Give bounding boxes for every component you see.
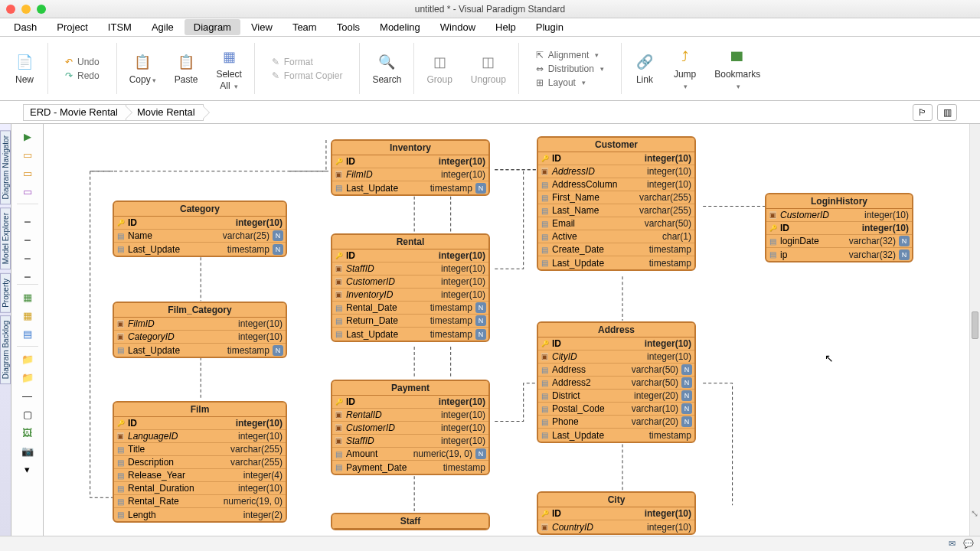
breadcrumb-item[interactable]: ERD - Movie Rental	[23, 104, 126, 121]
column-row[interactable]: AddressColumninteger(10)	[538, 178, 694, 191]
bookmarks-button[interactable]: ⯀ Bookmarks▾	[705, 37, 769, 100]
entity-loginhistory[interactable]: LoginHistoryCustomerIDinteger(10)IDinteg…	[765, 193, 913, 262]
diagram-canvas[interactable]: InventoryIDinteger(10)FilmIDinteger(10)L…	[44, 124, 980, 536]
column-row[interactable]: Last_Updatetimestamp	[538, 256, 694, 269]
column-row[interactable]: IDinteger(10)	[332, 249, 488, 262]
column-row[interactable]: AddressIDinteger(10)	[538, 165, 694, 178]
entity-rental[interactable]: RentalIDinteger(10)StaffIDinteger(10)Cus…	[331, 233, 490, 342]
entity-payment[interactable]: PaymentIDinteger(10)RentalIDinteger(10)C…	[331, 380, 490, 475]
rel-3-icon[interactable]: ⎯	[20, 246, 35, 261]
column-row[interactable]: CountryIDinteger(10)	[538, 520, 694, 533]
column-row[interactable]: CustomerIDinteger(10)	[332, 276, 488, 289]
column-row[interactable]: CustomerIDinteger(10)	[332, 422, 488, 435]
column-row[interactable]: IDinteger(10)	[766, 222, 912, 235]
entity-inventory[interactable]: InventoryIDinteger(10)FilmIDinteger(10)L…	[331, 139, 490, 196]
menu-help[interactable]: Help	[486, 19, 525, 35]
column-row[interactable]: CategoryIDinteger(10)	[114, 331, 286, 344]
breadcrumb-item[interactable]: Movie Rental	[126, 104, 204, 121]
vertical-scrollbar[interactable]	[969, 124, 980, 536]
column-row[interactable]: Addressvarchar(50)N	[538, 364, 694, 377]
link-button[interactable]: 🔗 Link	[625, 37, 665, 100]
view-tool-icon[interactable]: ▭	[20, 184, 35, 199]
column-row[interactable]: loginDatevarchar(32)N	[766, 235, 912, 248]
column-row[interactable]: Last_UpdatetimestampN	[114, 243, 286, 256]
column-row[interactable]: Namevarchar(25)N	[114, 230, 286, 243]
new-button[interactable]: 📄 New	[5, 37, 44, 100]
column-row[interactable]: Activechar(1)	[538, 230, 694, 243]
column-row[interactable]: IDinteger(10)	[332, 396, 488, 409]
chevron-down-icon[interactable]: ▾	[20, 461, 35, 477]
ungroup-button[interactable]: ◫ Ungroup	[462, 37, 515, 100]
column-row[interactable]: Rental_Ratenumeric(19, 0)	[114, 495, 286, 508]
doc-blue-icon[interactable]: ▤	[20, 326, 35, 341]
column-row[interactable]: LanguageIDinteger(10)	[114, 430, 286, 443]
alignment-button[interactable]: ⇱Alignment▾	[531, 48, 603, 62]
search-button[interactable]: 🔍 Search	[363, 37, 410, 100]
entity-tool-icon[interactable]: ▭	[20, 147, 35, 162]
menu-itsm[interactable]: ITSM	[99, 19, 141, 35]
entity-customer[interactable]: CustomerIDinteger(10)AddressIDinteger(10…	[537, 136, 696, 271]
undo-button[interactable]: ↶Undo	[60, 55, 104, 69]
menu-modeling[interactable]: Modeling	[371, 19, 430, 35]
square-icon[interactable]: ▢	[20, 406, 35, 422]
image-icon[interactable]: 🖼	[20, 425, 35, 440]
layout-toggle-button[interactable]: ▥	[937, 104, 957, 121]
menu-plugin[interactable]: Plugin	[527, 19, 573, 35]
folder-icon[interactable]: 📁	[20, 351, 35, 367]
menu-diagram[interactable]: Diagram	[185, 19, 240, 35]
table-green-icon[interactable]: ▦	[20, 289, 35, 305]
distribution-button[interactable]: ⇔Distribution▾	[531, 62, 609, 76]
menu-tools[interactable]: Tools	[328, 19, 369, 35]
flag-button[interactable]: 🏳	[913, 104, 933, 121]
rel-4-icon[interactable]: ⎯	[20, 264, 35, 279]
copy-button[interactable]: 📋 Copy▾	[120, 37, 165, 100]
column-row[interactable]: Address2varchar(50)N	[538, 377, 694, 390]
entity-city[interactable]: CityIDinteger(10)CountryIDinteger(10)	[537, 491, 696, 535]
column-row[interactable]: Return_DatetimestampN	[332, 315, 488, 328]
entity-film[interactable]: FilmIDinteger(10)LanguageIDinteger(10)Ti…	[113, 401, 287, 523]
scroll-thumb[interactable]	[972, 311, 978, 339]
column-row[interactable]: Districtinteger(20)N	[538, 390, 694, 403]
column-row[interactable]: First_Namevarchar(255)	[538, 191, 694, 204]
column-row[interactable]: Last_UpdatetimestampN	[332, 181, 488, 194]
line-icon[interactable]: —	[20, 388, 35, 403]
column-row[interactable]: IDinteger(10)	[332, 155, 488, 168]
column-row[interactable]: IDinteger(10)	[538, 152, 694, 165]
column-row[interactable]: RentalIDinteger(10)	[332, 409, 488, 422]
layout-button[interactable]: ⊞Layout▾	[531, 76, 590, 90]
jump-button[interactable]: ⤴ Jump▾	[665, 37, 705, 100]
tab-model-explorer[interactable]: Model Explorer	[0, 207, 11, 269]
menu-agile[interactable]: Agile	[142, 19, 183, 35]
column-row[interactable]: IDinteger(10)	[538, 507, 694, 520]
entity-category[interactable]: CategoryIDinteger(10)Namevarchar(25)NLas…	[113, 201, 287, 257]
entity-staff[interactable]: Staff	[331, 513, 490, 530]
group-button[interactable]: ◫ Group	[417, 37, 461, 100]
menu-project[interactable]: Project	[47, 19, 96, 35]
column-row[interactable]: CustomerIDinteger(10)	[766, 209, 912, 222]
column-row[interactable]: StaffIDinteger(10)	[332, 435, 488, 448]
column-row[interactable]: Payment_Datetimestamp	[332, 461, 488, 474]
resize-grip-icon[interactable]: ⤡	[971, 508, 978, 519]
column-row[interactable]: Create_Datetimestamp	[538, 243, 694, 256]
tab-diagram-navigator[interactable]: Diagram Navigator	[0, 130, 11, 204]
column-row[interactable]: Phonevarchar(20)N	[538, 416, 694, 429]
column-row[interactable]: Lengthinteger(2)	[114, 508, 286, 521]
entity-filmcat[interactable]: Film_CategoryFilmIDinteger(10)CategoryID…	[113, 302, 287, 358]
tab-property[interactable]: Property	[0, 273, 11, 313]
rel-2-icon[interactable]: ⎯	[20, 227, 35, 243]
column-row[interactable]: InventoryIDinteger(10)	[332, 289, 488, 302]
menu-view[interactable]: View	[242, 19, 282, 35]
camera-icon[interactable]: 📷	[20, 443, 35, 458]
redo-button[interactable]: ↷Redo	[60, 69, 104, 83]
entity-address[interactable]: AddressIDinteger(10)CityIDinteger(10)Add…	[537, 321, 696, 443]
column-row[interactable]: Last_Updatetimestamp	[538, 429, 694, 442]
folder2-icon[interactable]: 📁	[20, 370, 35, 385]
menu-window[interactable]: Window	[431, 19, 485, 35]
column-row[interactable]: Rental_DatetimestampN	[332, 302, 488, 315]
column-row[interactable]: IDinteger(10)	[538, 337, 694, 350]
column-row[interactable]: Amountnumeric(19, 0)N	[332, 448, 488, 461]
column-row[interactable]: FilmIDinteger(10)	[332, 168, 488, 181]
column-row[interactable]: CityIDinteger(10)	[538, 350, 694, 364]
column-row[interactable]: Last_UpdatetimestampN	[332, 328, 488, 341]
column-row[interactable]: Emailvarchar(50)	[538, 217, 694, 230]
